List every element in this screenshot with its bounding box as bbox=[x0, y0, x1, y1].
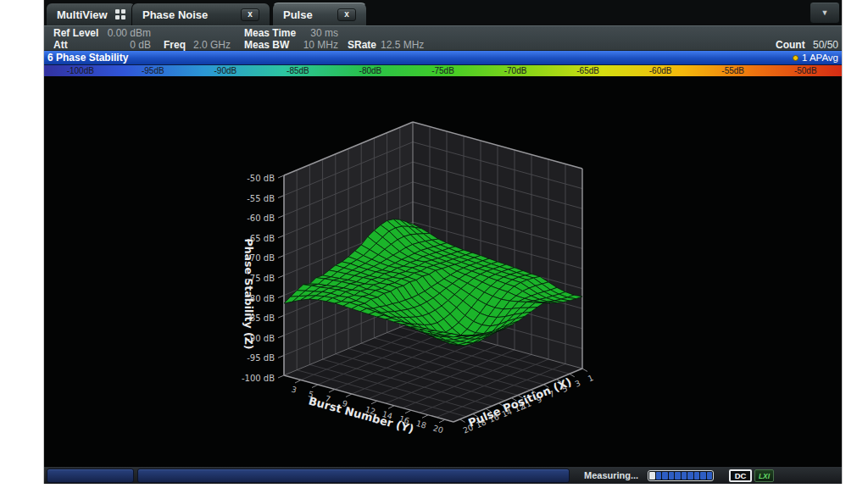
window-title: 6 Phase Stability bbox=[47, 51, 128, 64]
window-menu-dropdown-button[interactable]: ▼ bbox=[810, 2, 840, 24]
svg-text:-95 dB: -95 dB bbox=[247, 353, 275, 363]
srate-value[interactable]: 12.5 MHz bbox=[381, 39, 424, 51]
window-title-bar: 6 Phase Stability 1 APAvg bbox=[44, 51, 842, 64]
caret-down-icon: ▼ bbox=[821, 8, 829, 17]
count-value: 50/50 bbox=[813, 39, 838, 51]
freq-label[interactable]: Freq bbox=[164, 39, 186, 51]
measuring-status-text: Measuring... bbox=[584, 470, 638, 480]
svg-text:-50 dB: -50 dB bbox=[247, 174, 275, 183]
ref-level-label[interactable]: Ref Level bbox=[53, 27, 98, 39]
count-label: Count bbox=[776, 39, 805, 51]
svg-text:3: 3 bbox=[574, 378, 582, 388]
phase-stability-plot-window[interactable]: -50 dB-55 dB-60 dB-65 dB-70 dB-75 dB-80 … bbox=[44, 76, 842, 466]
meas-bw-label[interactable]: Meas BW bbox=[244, 39, 289, 51]
colorbar-tick-label: -100dB bbox=[67, 66, 94, 75]
srate-label[interactable]: SRate bbox=[348, 39, 376, 51]
measurement-progress-bar bbox=[648, 470, 714, 481]
att-value[interactable]: 0 dB bbox=[95, 39, 151, 51]
svg-text:Phase Stability (Z): Phase Stability (Z) bbox=[242, 239, 255, 350]
trace-label: 1 APAvg bbox=[802, 51, 838, 64]
colorbar-tick-label: -90dB bbox=[214, 66, 237, 75]
tab-bar: MultiView Phase Noise x Pulse x ▼ bbox=[44, 0, 842, 25]
lxi-icon: LXI bbox=[754, 469, 774, 482]
analyzer-screen: MultiView Phase Noise x Pulse x ▼ Ref Le… bbox=[44, 0, 842, 484]
colorbar-tick-label: -60dB bbox=[649, 66, 672, 75]
ref-level-value[interactable]: 0.00 dBm bbox=[95, 27, 151, 39]
meas-bw-value[interactable]: 10 MHz bbox=[290, 39, 338, 51]
status-segment bbox=[47, 469, 134, 483]
multiview-grid-icon bbox=[115, 9, 125, 19]
close-icon[interactable]: x bbox=[337, 8, 356, 21]
dc-coupling-indicator: DC bbox=[729, 469, 752, 482]
tab-pulse[interactable]: Pulse x bbox=[272, 3, 367, 25]
svg-text:18: 18 bbox=[415, 419, 428, 430]
count-field: Count 50/50 bbox=[776, 39, 838, 51]
tab-phase-noise[interactable]: Phase Noise x bbox=[131, 3, 270, 25]
color-scale-bar: -100dB-95dB-90dB-85dB-80dB-75dB-70dB-65d… bbox=[44, 64, 842, 76]
svg-text:-55 dB: -55 dB bbox=[247, 194, 275, 203]
channel-settings-bar: Ref Level 0.00 dBm Att 0 dB Freq 2.0 GHz… bbox=[44, 25, 842, 51]
svg-text:-60 dB: -60 dB bbox=[247, 214, 275, 223]
colorbar-tick-label: -55dB bbox=[721, 66, 744, 75]
meas-time-value[interactable]: 30 ms bbox=[290, 27, 338, 39]
close-icon[interactable]: x bbox=[241, 8, 259, 21]
colorbar-tick-label: -95dB bbox=[142, 66, 164, 75]
svg-text:20: 20 bbox=[432, 423, 445, 435]
tab-phase-noise-label: Phase Noise bbox=[142, 8, 208, 21]
status-segment bbox=[137, 469, 570, 483]
svg-text:3: 3 bbox=[291, 385, 298, 395]
colorbar-tick-label: -50dB bbox=[794, 66, 817, 75]
meas-time-label[interactable]: Meas Time bbox=[244, 27, 296, 39]
trace-dot-icon bbox=[793, 55, 798, 61]
trace-legend: 1 APAvg bbox=[793, 51, 838, 64]
colorbar-tick-label: -65dB bbox=[576, 66, 599, 75]
svg-text:-100 dB: -100 dB bbox=[242, 374, 275, 383]
status-bar: Measuring... DC LXI bbox=[44, 466, 842, 484]
colorbar-tick-label: -70dB bbox=[504, 66, 527, 75]
colorbar-tick-label: -80dB bbox=[359, 66, 382, 75]
tab-multiview[interactable]: MultiView bbox=[46, 3, 136, 25]
3d-surface-plot: -50 dB-55 dB-60 dB-65 dB-70 dB-75 dB-80 … bbox=[44, 76, 842, 466]
colorbar-tick-label: -75dB bbox=[431, 66, 454, 75]
tab-pulse-label: Pulse bbox=[283, 8, 313, 21]
tab-multiview-label: MultiView bbox=[57, 8, 108, 21]
colorbar-tick-label: -85dB bbox=[287, 66, 309, 75]
svg-text:1: 1 bbox=[587, 373, 595, 383]
att-label[interactable]: Att bbox=[53, 39, 68, 51]
freq-value[interactable]: 2.0 GHz bbox=[193, 39, 231, 51]
page-background: MultiView Phase Noise x Pulse x ▼ Ref Le… bbox=[0, 0, 868, 488]
